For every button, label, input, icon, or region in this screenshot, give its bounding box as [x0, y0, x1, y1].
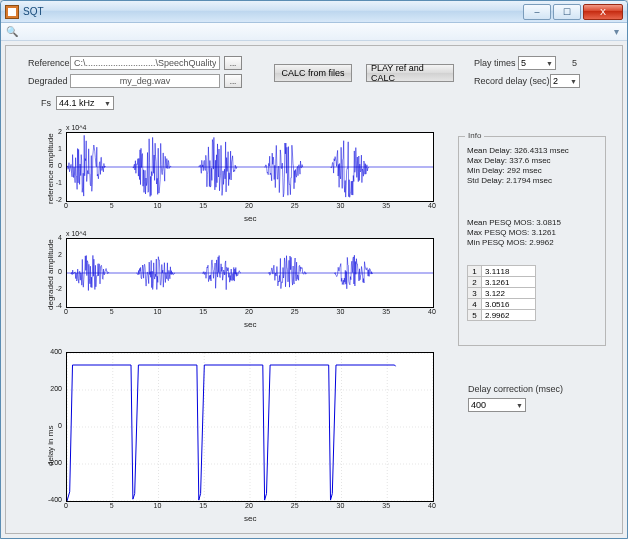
xtick: 35: [382, 308, 390, 315]
calc-from-files-button[interactable]: CALC from files: [274, 64, 352, 82]
xtick: 10: [154, 202, 162, 209]
ytick: -200: [42, 459, 62, 466]
xtick: 20: [245, 202, 253, 209]
toolbar-menu-icon[interactable]: ▾: [609, 25, 623, 39]
record-delay-value: 2: [553, 76, 558, 86]
main-panel: Reference ... Degraded ... Fs 44.1 kHz▼ …: [5, 45, 623, 534]
delay-correction-select[interactable]: 400▼: [468, 398, 526, 412]
play-times-value: 5: [521, 58, 526, 68]
fs-value: 44.1 kHz: [59, 98, 95, 108]
info-max-delay: Max Delay: 337.6 msec: [467, 156, 569, 165]
chevron-down-icon: ▼: [570, 78, 577, 85]
window-title: SQT: [23, 6, 44, 17]
pesq-row-index: 4: [468, 299, 482, 310]
plot-degraded: [66, 238, 434, 308]
xtick: 5: [110, 308, 114, 315]
pesq-row-value: 3.122: [482, 288, 536, 299]
client-area: Reference ... Degraded ... Fs 44.1 kHz▼ …: [1, 41, 627, 538]
ytick: -2: [42, 285, 62, 292]
xtick: 15: [199, 202, 207, 209]
info-legend: Info: [465, 131, 484, 140]
plot-delay: [66, 352, 434, 502]
ytick: 2: [42, 251, 62, 258]
xtick: 15: [199, 308, 207, 315]
ytick: 0: [42, 268, 62, 275]
xtick: 35: [382, 502, 390, 509]
info-min-pesq: Min PESQ MOS: 2.9962: [467, 238, 561, 247]
fs-select[interactable]: 44.1 kHz▼: [56, 96, 114, 110]
xtick: 25: [291, 308, 299, 315]
plot1-multiplier: x 10^4: [66, 124, 86, 131]
pesq-row-value: 2.9962: [482, 310, 536, 321]
xtick: 15: [199, 502, 207, 509]
plot3-xlabel: sec: [244, 514, 256, 523]
ytick: 0: [42, 162, 62, 169]
reference-path-input[interactable]: [70, 56, 220, 70]
info-panel: Info Mean Delay: 326.4313 msec Max Delay…: [458, 136, 606, 346]
ytick: 1: [42, 145, 62, 152]
pesq-row-index: 5: [468, 310, 482, 321]
delay-correction-label: Delay correction (msec): [468, 384, 563, 394]
minimize-button[interactable]: –: [523, 4, 551, 20]
degraded-path-input[interactable]: [70, 74, 220, 88]
chevron-down-icon: ▼: [546, 60, 553, 67]
ytick: 0: [42, 422, 62, 429]
plot2-multiplier: x 10^4: [66, 230, 86, 237]
pesq-row-value: 3.0516: [482, 299, 536, 310]
maximize-button[interactable]: ☐: [553, 4, 581, 20]
toolbar: 🔍 ▾: [1, 23, 627, 41]
record-delay-label: Record delay (sec): [474, 76, 550, 86]
xtick: 30: [337, 202, 345, 209]
ytick: -4: [42, 302, 62, 309]
ytick: -2: [42, 196, 62, 203]
xtick: 40: [428, 308, 436, 315]
close-button[interactable]: X: [583, 4, 623, 20]
xtick: 30: [337, 308, 345, 315]
plot2-xlabel: sec: [244, 320, 256, 329]
record-delay-select[interactable]: 2▼: [550, 74, 580, 88]
xtick: 10: [154, 502, 162, 509]
play-ref-and-calc-button[interactable]: PLAY ref and CALC: [366, 64, 454, 82]
info-std-delay: Std Delay: 2.1794 msec: [467, 176, 569, 185]
info-mean-delay: Mean Delay: 326.4313 msec: [467, 146, 569, 155]
fs-label: Fs: [41, 98, 51, 108]
xtick: 35: [382, 202, 390, 209]
pesq-row-index: 2: [468, 277, 482, 288]
degraded-label: Degraded: [28, 76, 68, 86]
pesq-row-value: 3.1261: [482, 277, 536, 288]
xtick: 40: [428, 202, 436, 209]
chevron-down-icon: ▼: [104, 100, 111, 107]
xtick: 30: [337, 502, 345, 509]
ytick: -1: [42, 179, 62, 186]
matlab-icon: [5, 5, 19, 19]
titlebar[interactable]: SQT – ☐ X: [1, 1, 627, 23]
ytick: 400: [42, 348, 62, 355]
xtick: 5: [110, 502, 114, 509]
app-window: SQT – ☐ X 🔍 ▾ Reference ... Degraded ...…: [0, 0, 628, 539]
pesq-row-value: 3.1118: [482, 266, 536, 277]
info-min-delay: Min Delay: 292 msec: [467, 166, 569, 175]
pesq-row-index: 1: [468, 266, 482, 277]
reference-label: Reference: [28, 58, 70, 68]
play-times-label: Play times: [474, 58, 516, 68]
play-times-select[interactable]: 5▼: [518, 56, 556, 70]
pesq-table: 13.111823.126133.12243.051652.9962: [467, 265, 536, 321]
info-mean-pesq: Mean PESQ MOS: 3.0815: [467, 218, 561, 227]
reference-browse-button[interactable]: ...: [224, 56, 242, 70]
ytick: 2: [42, 128, 62, 135]
xtick: 25: [291, 202, 299, 209]
xtick: 0: [64, 502, 68, 509]
pesq-row-index: 3: [468, 288, 482, 299]
xtick: 20: [245, 502, 253, 509]
xtick: 40: [428, 502, 436, 509]
xtick: 0: [64, 202, 68, 209]
zoom-icon[interactable]: 🔍: [5, 25, 19, 39]
degraded-browse-button[interactable]: ...: [224, 74, 242, 88]
chevron-down-icon: ▼: [516, 402, 523, 409]
play-count-display: 5: [572, 58, 577, 68]
xtick: 5: [110, 202, 114, 209]
plot-reference: [66, 132, 434, 202]
plot1-xlabel: sec: [244, 214, 256, 223]
ytick: 200: [42, 385, 62, 392]
xtick: 20: [245, 308, 253, 315]
